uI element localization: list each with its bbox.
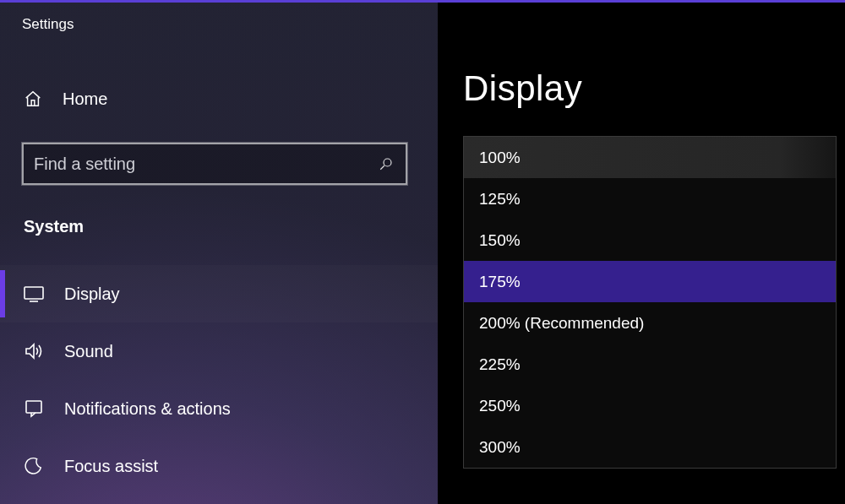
- nav-item-label: Notifications & actions: [64, 399, 231, 419]
- nav-item-sound[interactable]: Sound: [0, 322, 438, 380]
- search-icon: [379, 156, 394, 171]
- nav-item-display[interactable]: Display: [0, 265, 438, 322]
- scale-option-200[interactable]: 200% (Recommended): [464, 302, 836, 344]
- scale-option-100[interactable]: 100%: [464, 137, 836, 178]
- main-panel: Display 100% 125% 150% 175% 200% (Recomm…: [438, 0, 845, 504]
- nav-item-notifications[interactable]: Notifications & actions: [0, 380, 438, 437]
- display-icon: [24, 284, 44, 304]
- sound-icon: [24, 341, 44, 361]
- scale-option-225[interactable]: 225%: [464, 344, 836, 385]
- scale-option-250[interactable]: 250%: [464, 385, 836, 426]
- home-icon: [24, 89, 42, 108]
- app-title: Settings: [0, 0, 438, 33]
- svg-rect-2: [25, 287, 43, 299]
- nav-item-label: Sound: [64, 342, 113, 361]
- svg-line-1: [380, 165, 384, 170]
- settings-sidebar: Settings Home: [0, 0, 438, 504]
- search-box[interactable]: [22, 143, 407, 185]
- scale-option-125[interactable]: 125%: [464, 178, 836, 219]
- home-button[interactable]: Home: [0, 80, 438, 117]
- nav-item-label: Display: [64, 285, 120, 304]
- home-label: Home: [63, 89, 107, 109]
- svg-rect-4: [26, 401, 41, 413]
- svg-point-0: [384, 159, 391, 166]
- scale-option-150[interactable]: 150%: [464, 219, 836, 261]
- page-title: Display: [438, 3, 845, 109]
- notifications-icon: [24, 398, 44, 419]
- scale-option-300[interactable]: 300%: [464, 426, 836, 468]
- accent-bar: [0, 0, 438, 3]
- section-title: System: [0, 185, 438, 236]
- nav-list: Display Sound: [0, 265, 438, 495]
- focus-assist-icon: [24, 456, 44, 476]
- nav-item-focus-assist[interactable]: Focus assist: [0, 437, 438, 495]
- search-input[interactable]: [34, 154, 379, 174]
- scale-dropdown[interactable]: 100% 125% 150% 175% 200% (Recommended) 2…: [463, 136, 837, 469]
- scale-option-175[interactable]: 175%: [464, 261, 836, 302]
- nav-item-label: Focus assist: [64, 457, 158, 476]
